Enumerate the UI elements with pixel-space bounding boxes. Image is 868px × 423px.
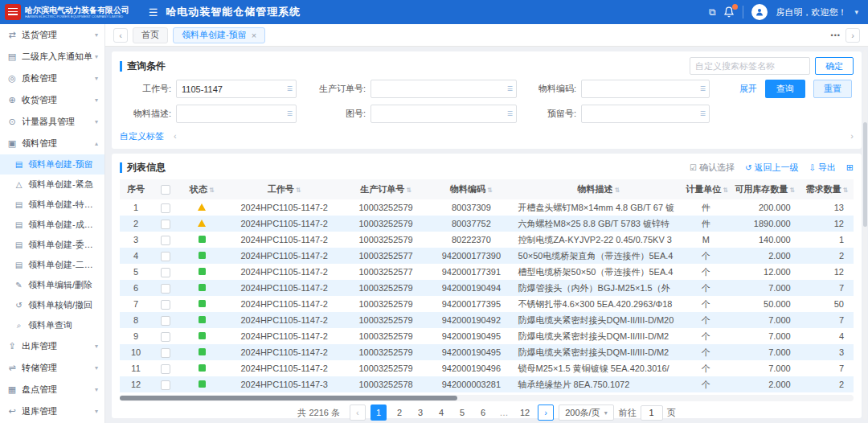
sidebar-item-transfer[interactable]: ⇌转储管理▾ bbox=[0, 357, 104, 379]
cell-check[interactable] bbox=[152, 264, 179, 280]
row-checkbox[interactable] bbox=[161, 268, 170, 277]
sidebar-item-stocktake[interactable]: ▦盘点管理▾ bbox=[0, 379, 104, 400]
row-checkbox[interactable] bbox=[161, 380, 170, 390]
row-checkbox[interactable] bbox=[161, 364, 170, 374]
pagination-page-button[interactable]: 6 bbox=[475, 405, 491, 421]
user-menu-caret-icon[interactable]: ▾ bbox=[854, 8, 858, 16]
query-input-reserve_no[interactable] bbox=[582, 105, 709, 122]
pagination-page-button[interactable]: 3 bbox=[412, 405, 428, 421]
tab-1[interactable]: 领料单创建-预留× bbox=[173, 27, 265, 43]
sidebar-subitem-create-outsourced[interactable]: ▤领料单创建-委外组件 bbox=[0, 235, 104, 255]
sidebar-subitem-writeoff-revoke[interactable]: ↺领料单核销/撤回 bbox=[0, 295, 104, 315]
cell-check[interactable] bbox=[152, 312, 179, 328]
cell-check[interactable] bbox=[152, 376, 179, 392]
sidebar-item-outbound[interactable]: ⇪出库管理▾ bbox=[0, 335, 104, 357]
table-row[interactable]: 102024HPC1105-1147-210003252579942000190… bbox=[120, 344, 854, 360]
input-list-icon[interactable]: ☰ bbox=[700, 85, 706, 92]
row-checkbox[interactable] bbox=[161, 220, 170, 229]
input-list-icon[interactable]: ☰ bbox=[507, 110, 513, 117]
horizontal-scrollbar-thumb[interactable] bbox=[120, 396, 457, 400]
sort-icon[interactable]: ⇅ bbox=[615, 187, 620, 194]
sidebar-item-picking[interactable]: ▣领料管理▴ bbox=[0, 133, 104, 154]
sort-icon[interactable]: ⇅ bbox=[406, 187, 411, 194]
input-list-icon[interactable]: ☰ bbox=[287, 85, 293, 92]
tab-back-button[interactable]: ‹ bbox=[113, 28, 128, 43]
row-checkbox[interactable] bbox=[161, 300, 170, 310]
column-header-stock_qty[interactable]: 可用库存数量⇅ bbox=[729, 179, 800, 199]
table-row[interactable]: 72024HPC1105-1147-2100032525799420001773… bbox=[120, 296, 854, 312]
pagination-page-button[interactable]: 4 bbox=[433, 405, 449, 421]
cell-check[interactable] bbox=[152, 232, 179, 248]
row-checkbox[interactable] bbox=[161, 316, 170, 326]
input-list-icon[interactable]: ☰ bbox=[700, 110, 706, 117]
sidebar-item-receiving[interactable]: ⊕收货管理▾ bbox=[0, 89, 104, 111]
row-checkbox[interactable] bbox=[161, 284, 170, 294]
sort-icon[interactable]: ⇅ bbox=[843, 187, 849, 194]
column-header-material_code[interactable]: 物料编码⇅ bbox=[428, 179, 514, 199]
fullscreen-icon[interactable]: ⧉ bbox=[709, 6, 716, 18]
sort-icon[interactable]: ⇅ bbox=[209, 187, 215, 194]
sort-icon[interactable]: ⇅ bbox=[296, 187, 301, 194]
vertical-scrollbar-thumb[interactable] bbox=[863, 122, 867, 227]
confirm-button[interactable]: 确定 bbox=[815, 57, 854, 75]
table-row[interactable]: 112024HPC1105-1147-210003252579942000190… bbox=[120, 360, 854, 376]
vertical-scrollbar[interactable] bbox=[863, 50, 867, 420]
row-checkbox[interactable] bbox=[161, 236, 170, 245]
pagination-page-button[interactable]: 5 bbox=[454, 405, 470, 421]
tag-scroll-right-icon[interactable]: › bbox=[850, 131, 854, 141]
cell-check[interactable] bbox=[152, 280, 179, 296]
cell-check[interactable] bbox=[152, 360, 179, 376]
pagination-next-button[interactable]: › bbox=[538, 405, 554, 421]
input-list-icon[interactable]: ☰ bbox=[287, 110, 293, 117]
table-row[interactable]: 12024HPC1105-1147-21000325257980037309开槽… bbox=[120, 199, 854, 216]
sidebar-collapse-icon[interactable]: ☰ bbox=[149, 6, 158, 18]
cell-check[interactable] bbox=[152, 248, 179, 264]
tag-scroll-left-icon[interactable]: ‹ bbox=[174, 131, 177, 141]
column-header-work_no[interactable]: 工作号⇅ bbox=[224, 179, 343, 199]
sort-icon[interactable]: ⇅ bbox=[789, 187, 795, 194]
table-row[interactable]: 22024HPC1105-1147-21000325257980037752六角… bbox=[120, 216, 854, 232]
sidebar-subitem-create-secondary[interactable]: ▤领料单创建-二级库 bbox=[0, 255, 104, 275]
pagination-page-button[interactable]: 12 bbox=[517, 405, 533, 421]
search-button[interactable]: 查询 bbox=[765, 80, 805, 98]
custom-tag-link[interactable]: 自定义标签 bbox=[120, 130, 164, 142]
tabs-more-button[interactable]: ••• bbox=[831, 31, 841, 39]
sidebar-item-quality[interactable]: ◎质检管理▾ bbox=[0, 68, 104, 89]
query-input-material_code[interactable] bbox=[582, 80, 709, 97]
input-list-icon[interactable]: ☰ bbox=[507, 85, 513, 92]
welcome-text[interactable]: 房自明，欢迎您！ bbox=[776, 6, 846, 18]
row-checkbox[interactable] bbox=[161, 348, 170, 358]
table-row[interactable]: 62024HPC1105-1147-2100032525799420001904… bbox=[120, 280, 854, 296]
column-header-order_no[interactable]: 生产订单号⇅ bbox=[344, 179, 428, 199]
column-settings-icon[interactable]: ⊞ bbox=[846, 162, 854, 173]
sort-icon[interactable]: ⇅ bbox=[723, 187, 728, 194]
back-level-button[interactable]: ↺返回上一级 bbox=[745, 162, 798, 174]
reset-button[interactable]: 重置 bbox=[813, 80, 852, 98]
column-header-unit[interactable]: 计量单位⇅ bbox=[682, 179, 729, 199]
column-header-material_desc[interactable]: 物料描述⇅ bbox=[515, 179, 683, 199]
sidebar-subitem-create-reserve[interactable]: ▤领料单创建-预留 bbox=[0, 154, 104, 175]
query-input-material_desc[interactable] bbox=[177, 105, 296, 122]
sidebar-subitem-create-cost-center[interactable]: ▤领料单创建-成本中心 bbox=[0, 215, 104, 235]
sidebar-item-measuring-tools[interactable]: ⊙计量器具管理▾ bbox=[0, 111, 104, 133]
table-row[interactable]: 52024HPC1105-1147-2100032525779420001773… bbox=[120, 264, 854, 280]
sort-icon[interactable]: ⇅ bbox=[487, 187, 493, 194]
table-row[interactable]: 42024HPC1105-1147-2100032525779420001773… bbox=[120, 248, 854, 264]
sidebar-subitem-edit-delete[interactable]: ✎领料单编辑/删除 bbox=[0, 275, 104, 295]
query-input-order_no[interactable] bbox=[371, 80, 516, 97]
row-checkbox[interactable] bbox=[161, 332, 170, 342]
sidebar-item-delivery[interactable]: ⇄送货管理▾ bbox=[0, 24, 104, 46]
tab-close-icon[interactable]: × bbox=[252, 31, 256, 40]
table-row[interactable]: 82024HPC1105-1147-2100032525799420001904… bbox=[120, 312, 854, 328]
sidebar-subitem-create-special[interactable]: ▤领料单创建-特殊项目 bbox=[0, 195, 104, 215]
pagination-prev-button[interactable]: ‹ bbox=[350, 405, 366, 421]
cell-check[interactable] bbox=[152, 328, 179, 344]
column-header-status[interactable]: 状态⇅ bbox=[179, 179, 224, 199]
tab-0[interactable]: 首页 bbox=[133, 27, 168, 43]
confirm-select-button[interactable]: ☑确认选择 bbox=[690, 162, 735, 174]
row-checkbox[interactable] bbox=[161, 203, 170, 213]
custom-tag-name-input[interactable] bbox=[690, 57, 810, 75]
avatar[interactable] bbox=[751, 4, 768, 20]
cell-check[interactable] bbox=[152, 216, 179, 232]
sidebar-item-return[interactable]: ↩退库管理▾ bbox=[0, 400, 104, 422]
